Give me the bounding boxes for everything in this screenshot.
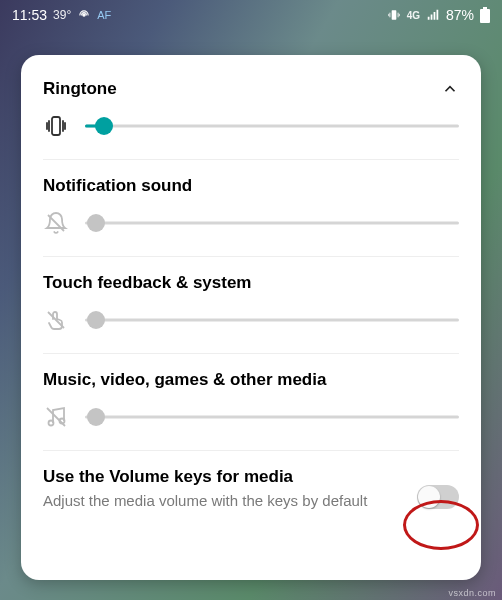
divider bbox=[43, 159, 459, 160]
vibrate-icon bbox=[43, 113, 69, 139]
vibrate-icon bbox=[387, 8, 401, 22]
volume-keys-title: Use the Volume keys for media bbox=[43, 467, 405, 487]
media-slider[interactable] bbox=[85, 405, 459, 429]
svg-rect-1 bbox=[391, 10, 396, 19]
chevron-up-icon bbox=[441, 80, 459, 98]
svg-rect-2 bbox=[480, 9, 490, 23]
svg-rect-3 bbox=[483, 7, 487, 9]
ringtone-section: Ringtone bbox=[43, 79, 459, 145]
notification-title: Notification sound bbox=[43, 176, 459, 196]
notification-slider[interactable] bbox=[85, 211, 459, 235]
volume-keys-toggle[interactable] bbox=[417, 485, 459, 509]
watermark: vsxdn.com bbox=[448, 588, 496, 598]
volume-keys-desc: Adjust the media volume with the keys by… bbox=[43, 491, 405, 511]
sound-settings-card: Ringtone Notification sound bbox=[21, 55, 481, 580]
ringtone-slider[interactable] bbox=[85, 114, 459, 138]
touch-off-icon bbox=[43, 307, 69, 333]
media-title: Music, video, games & other media bbox=[43, 370, 459, 390]
touch-slider[interactable] bbox=[85, 308, 459, 332]
notification-section: Notification sound bbox=[43, 176, 459, 242]
volume-keys-section: Use the Volume keys for media Adjust the… bbox=[43, 467, 459, 511]
svg-line-9 bbox=[47, 408, 65, 426]
status-temp: 39° bbox=[53, 8, 71, 22]
media-section: Music, video, games & other media bbox=[43, 370, 459, 436]
status-battery-pct: 87% bbox=[446, 7, 474, 23]
music-off-icon bbox=[43, 404, 69, 430]
svg-rect-4 bbox=[52, 117, 60, 135]
hotspot-icon bbox=[77, 8, 91, 22]
ringtone-header[interactable]: Ringtone bbox=[43, 79, 459, 99]
divider bbox=[43, 353, 459, 354]
svg-point-7 bbox=[49, 421, 54, 426]
touch-title: Touch feedback & system bbox=[43, 273, 459, 293]
svg-point-0 bbox=[83, 14, 85, 16]
status-time: 11:53 bbox=[12, 7, 47, 23]
bell-off-icon bbox=[43, 210, 69, 236]
status-network: 4G bbox=[407, 10, 420, 21]
battery-icon bbox=[480, 7, 490, 23]
divider bbox=[43, 450, 459, 451]
touch-section: Touch feedback & system bbox=[43, 273, 459, 339]
status-bar: 11:53 39° AF 4G 87% bbox=[0, 0, 502, 30]
status-extra: AF bbox=[97, 9, 111, 21]
ringtone-title: Ringtone bbox=[43, 79, 117, 99]
signal-icon bbox=[426, 8, 440, 22]
divider bbox=[43, 256, 459, 257]
